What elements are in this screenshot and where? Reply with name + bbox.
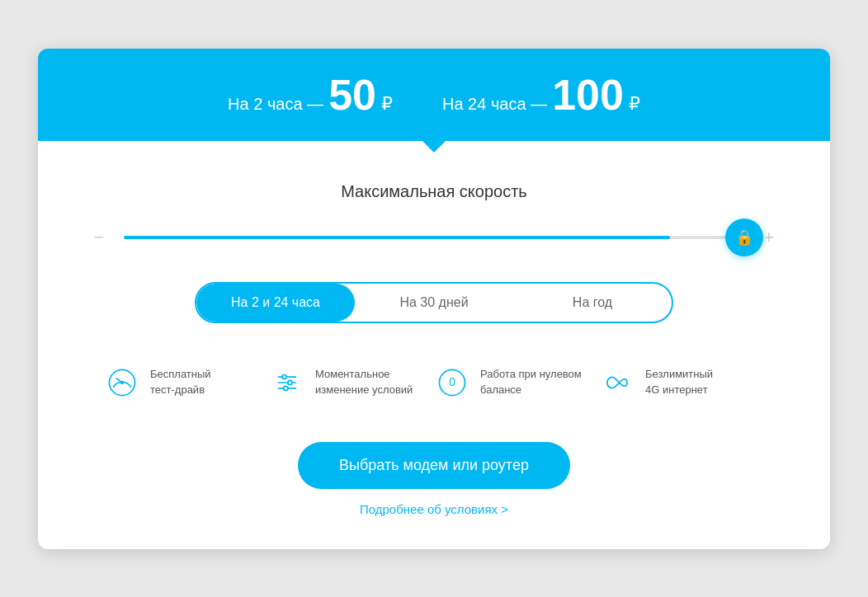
feature-text-1: Моментальноеизменение условий [315,367,413,397]
speedometer-icon [104,364,140,401]
details-link[interactable]: Подробнее об условиях > [360,502,508,516]
card-header: На 2 часа — 50 ₽ На 24 часа — 100 ₽ [38,49,830,141]
plus-icon: + [764,227,775,248]
feature-instant-change: Моментальноеизменение условий [269,364,434,401]
price1-amount: 50 [328,73,376,116]
sliders-icon [269,364,305,401]
svg-point-6 [288,380,292,384]
tab-year[interactable]: На год [513,284,672,322]
price1-label: На 2 часа — [228,95,323,114]
tab-label-2: На год [573,295,612,309]
lock-icon: 🔒 [735,228,753,247]
price2-label: На 24 часа — [442,95,547,114]
price-item-1: На 2 часа — 50 ₽ [228,73,393,116]
feature-text-2: Работа при нулевомбалансе [480,367,582,397]
features-row: Бесплатныйтест-драйв Моментальноеизменен… [87,364,781,401]
price-item-2: На 24 часа — 100 ₽ [442,73,640,116]
feature-unlimited: Безлимитный4G интернет [599,364,764,401]
svg-point-5 [282,374,286,378]
tab-2-24-hours[interactable]: На 2 и 24 часа [196,284,355,322]
tabs-container: На 2 и 24 часа На 30 дней На год [195,282,673,323]
feature-zero-balance: 0 Работа при нулевомбалансе [434,364,599,401]
slider-fill [124,236,670,239]
slider-title: Максимальная скорость [87,182,781,201]
select-modem-button[interactable]: Выбрать модем или роутер [298,442,570,489]
tab-label-0: На 2 и 24 часа [231,295,320,309]
feature-text-0: Бесплатныйтест-драйв [150,367,211,397]
price1-currency: ₽ [381,93,393,115]
minus-icon: − [94,227,105,248]
slider-track[interactable]: 🔒 [124,236,744,239]
card-body: Максимальная скорость − 🔒 + На 2 и 24 ча… [38,141,830,549]
svg-point-7 [284,386,288,390]
svg-text:0: 0 [449,375,455,388]
slider-thumb[interactable]: 🔒 [725,219,763,256]
tab-label-1: На 30 дней [399,295,468,309]
pricing-row: На 2 часа — 50 ₽ На 24 часа — 100 ₽ [71,73,797,116]
price2-currency: ₽ [629,93,640,115]
price2-amount: 100 [552,73,624,116]
header-arrow [421,139,447,153]
tab-30-days[interactable]: На 30 дней [355,284,513,322]
zero-icon: 0 [434,364,470,401]
feature-text-3: Безлимитный4G интернет [645,367,713,397]
slider-container: − 🔒 + [87,226,781,249]
slider-minus-button[interactable]: − [87,226,111,249]
feature-free-trial: Бесплатныйтест-драйв [104,364,269,401]
infinity-icon [599,364,635,401]
cta-area: Выбрать модем или роутер Подробнее об ус… [87,442,781,516]
main-card: На 2 часа — 50 ₽ На 24 часа — 100 ₽ Макс… [38,49,830,549]
